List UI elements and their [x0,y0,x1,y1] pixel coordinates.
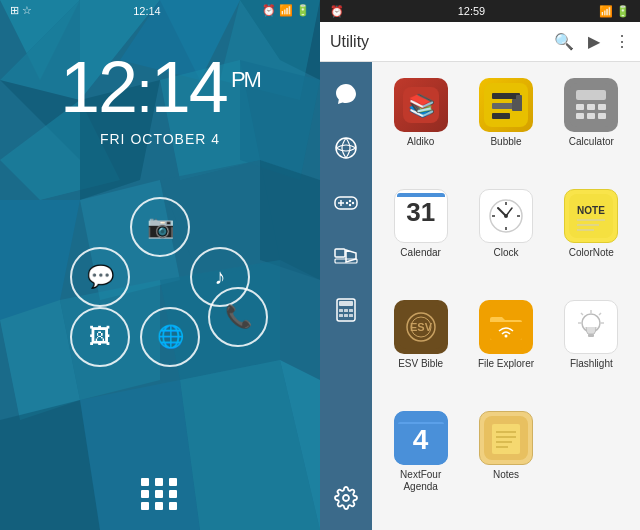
app-item-aldiko[interactable]: 📚 Aldiko [382,72,459,175]
apps-grid: 📚 Aldiko B [372,62,640,530]
svg-point-30 [352,202,354,204]
svg-marker-22 [80,380,200,530]
gallery-icon[interactable]: 🖼 [70,307,130,367]
svg-rect-48 [492,93,520,99]
calc-sidebar-icon [336,298,356,322]
sidebar-item-media[interactable] [324,234,368,278]
svg-rect-55 [576,104,584,110]
svg-rect-40 [349,309,353,312]
svg-rect-90 [492,424,520,454]
globe-icon[interactable]: 🌐 [140,307,200,367]
svg-rect-49 [492,103,514,109]
sidebar-item-globe[interactable] [324,126,368,170]
dots-grid[interactable] [141,478,179,510]
time-colon: : [136,58,151,125]
app-icons-circle: 📷 💬 ♪ 🖼 🌐 📞 [60,177,260,377]
app-item-bubble[interactable]: Bubble [467,72,544,175]
dot-7 [141,502,149,510]
app-item-calculator[interactable]: Calculator [553,72,630,175]
right-panel: ⏰ 12:59 📶 🔋 Utility 🔍 ▶ ⋮ [320,0,640,530]
globe-sidebar-icon [334,136,358,160]
dot-6 [169,490,177,498]
status-bar-left: ⊞ ☆ 12:14 ⏰ 📶 🔋 [0,0,320,21]
left-right-icons: ⏰ 📶 🔋 [262,4,310,17]
bubble-svg [484,83,528,127]
svg-rect-43 [349,314,353,317]
esvbible-icon: ESV [394,300,448,354]
svg-text:📚: 📚 [407,92,435,119]
camera-icon[interactable]: 📷 [130,197,190,257]
notes-icon [479,411,533,465]
aldiko-icon: 📚 [394,78,448,132]
dot-9 [169,502,177,510]
search-icon[interactable]: 🔍 [554,32,574,51]
clock-icon [479,189,533,243]
gamepad-icon [334,193,358,211]
svg-point-80 [504,335,507,338]
main-content: 📚 Aldiko B [320,62,640,530]
menu-icon[interactable]: ⋮ [614,32,630,51]
svg-point-29 [349,200,351,202]
calendar-label: Calendar [400,247,441,259]
sidebar-item-settings[interactable] [324,476,368,520]
dot-5 [155,490,163,498]
svg-rect-83 [588,334,594,337]
svg-rect-58 [576,113,584,119]
calculator-svg [569,83,613,127]
calculator-label: Calculator [569,136,614,148]
dot-1 [141,478,149,486]
time-minutes: 14 [151,47,227,127]
drawer-title: Utility [330,33,554,51]
status-bar-right: ⏰ 12:59 📶 🔋 [320,0,640,22]
svg-point-25 [336,138,356,158]
svg-point-44 [343,495,349,501]
svg-rect-42 [344,314,348,317]
svg-marker-34 [346,250,356,262]
play-icon[interactable]: ▶ [588,32,600,51]
calendar-number: 31 [406,199,435,225]
right-status-left: ⏰ [330,5,344,18]
right-status-right: 📶 🔋 [599,5,630,18]
svg-rect-50 [492,113,510,119]
app-item-flashlight[interactable]: Flashlight [553,294,630,397]
app-item-clock[interactable]: Clock [467,183,544,286]
app-item-esvbible[interactable]: ESV ESV Bible [382,294,459,397]
time-display: 12:14PM [0,51,320,123]
svg-text:NOTE: NOTE [577,205,605,216]
media-icon [334,244,358,268]
app-item-calendar[interactable]: 31 Calendar [382,183,459,286]
app-item-fileexplorer[interactable]: File Explorer [467,294,544,397]
dot-4 [141,490,149,498]
bubble-label: Bubble [490,136,521,148]
sidebar-item-gamepad[interactable] [324,180,368,224]
dot-3 [169,478,177,486]
app-item-notes[interactable]: Notes [467,405,544,520]
svg-rect-59 [587,113,595,119]
aldiko-svg: 📚 [403,87,439,123]
svg-text:ESV: ESV [410,321,433,333]
notes-label: Notes [493,469,519,481]
flashlight-svg [569,305,613,349]
flashlight-icon [564,300,618,354]
sidebar-item-calc[interactable] [324,288,368,332]
fileexplorer-svg [484,305,528,349]
calendar-icon: 31 [394,189,448,243]
sidebar-item-chat[interactable] [324,72,368,116]
nextfour-label: NextFourAgenda [400,469,441,493]
svg-point-32 [349,204,351,206]
message-icon[interactable]: 💬 [70,247,130,307]
app-item-nextfour[interactable]: 4 NextFourAgenda [382,405,459,520]
left-time: 12:14 [133,5,161,17]
clock-svg [484,194,528,238]
clock-label: Clock [493,247,518,259]
dot-2 [155,478,163,486]
left-status-icons: ⊞ ☆ [10,4,32,17]
right-time: 12:59 [458,5,486,17]
svg-rect-56 [587,104,595,110]
phone-icon[interactable]: 📞 [208,287,268,347]
app-item-colornote[interactable]: NOTE ColorNote [553,183,630,286]
aldiko-label: Aldiko [407,136,434,148]
svg-rect-52 [512,99,522,111]
svg-rect-54 [576,90,606,100]
colornote-icon: NOTE [564,189,618,243]
